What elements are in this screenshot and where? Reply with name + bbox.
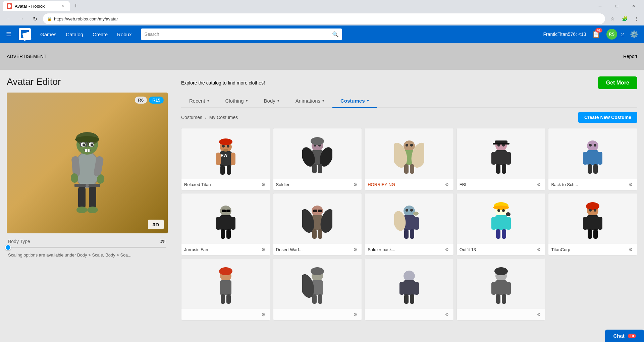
search-icon[interactable]: 🔍 <box>332 31 339 38</box>
costume-footer-outfit-13: Outfit 13 ⚙ <box>457 244 545 255</box>
costume-card-row3-2[interactable]: ⚙ <box>273 258 362 321</box>
hamburger-menu[interactable]: ☰ <box>4 28 13 40</box>
svg-rect-41 <box>312 164 317 173</box>
costume-card-titancorp[interactable]: TitanCorp ⚙ <box>548 193 637 255</box>
settings-button[interactable]: ⚙️ <box>628 28 640 40</box>
breadcrumb-parent[interactable]: Costumes <box>181 115 202 120</box>
r15-badge[interactable]: R15 <box>149 97 164 104</box>
svg-rect-88 <box>318 210 322 212</box>
roblox-logo[interactable] <box>19 28 31 40</box>
costume-settings-back-to-sch[interactable]: ⚙ <box>627 181 634 188</box>
chat-badge: 10 <box>628 334 636 338</box>
tab-body[interactable]: Body ▾ <box>256 95 287 108</box>
costume-settings-row3-1[interactable]: ⚙ <box>260 311 267 318</box>
tab-costumes[interactable]: Costumes ▾ <box>332 95 377 108</box>
close-button[interactable]: ✕ <box>626 1 641 11</box>
svg-rect-137 <box>495 280 507 295</box>
costume-card-outfit-13[interactable]: Outfit 13 ⚙ <box>457 193 546 255</box>
costume-settings-row3-2[interactable]: ⚙ <box>352 311 359 318</box>
search-bar[interactable]: 🔍 <box>141 28 342 40</box>
costume-image-soldier <box>273 128 362 179</box>
costume-settings-jurrasic-fan[interactable]: ⚙ <box>260 246 267 253</box>
tab-favicon <box>7 3 12 9</box>
get-more-button[interactable]: Get More <box>598 76 637 89</box>
costume-name-jurrasic-fan: Jurrasic Fan <box>184 247 208 252</box>
costume-card-jurrasic-fan[interactable]: Jurrasic Fan ⚙ <box>181 193 270 255</box>
svg-rect-50 <box>404 164 409 174</box>
tab-animations[interactable]: Animations ▾ <box>287 95 332 108</box>
costume-card-soldier-back[interactable]: Soldier back... ⚙ <box>365 193 454 255</box>
address-bar[interactable]: 🔒 https://web.roblox.com/my/avatar <box>43 13 605 24</box>
costume-settings-fbi[interactable]: ⚙ <box>535 181 542 188</box>
svg-point-105 <box>506 212 511 216</box>
svg-rect-78 <box>222 210 226 212</box>
costume-settings-titancorp[interactable]: ⚙ <box>627 246 634 253</box>
costume-footer-horrifying: HORRIFYING ⚙ <box>365 179 453 190</box>
robux-studio-button[interactable]: RS <box>606 29 617 40</box>
catalog-nav[interactable]: Catalog <box>62 30 87 39</box>
svg-rect-42 <box>318 164 322 173</box>
maximize-button[interactable]: □ <box>609 1 625 11</box>
3d-view-button[interactable]: 3D <box>148 220 164 229</box>
svg-rect-20 <box>78 186 86 209</box>
more-button[interactable]: ⋮ <box>632 14 641 23</box>
costume-card-horrifying[interactable]: HORRIFYING ⚙ <box>365 128 454 190</box>
search-input[interactable] <box>144 32 329 37</box>
tab-recent[interactable]: Recent ▾ <box>181 95 217 108</box>
costume-card-fbi[interactable]: FBI ⚙ <box>457 128 546 190</box>
svg-rect-139 <box>506 282 511 295</box>
ad-report[interactable]: Report <box>623 54 637 59</box>
tab-close-btn[interactable]: × <box>60 3 66 9</box>
costume-settings-row3-4[interactable]: ⚙ <box>535 311 542 318</box>
chat-button[interactable]: Chat 10 <box>605 330 644 342</box>
costume-card-desert-warf[interactable]: Desert Warf... ⚙ <box>273 193 362 255</box>
new-tab-button[interactable]: + <box>71 1 80 11</box>
svg-point-32 <box>222 145 225 148</box>
body-type-slider[interactable] <box>8 247 166 248</box>
costume-settings-row3-3[interactable]: ⚙ <box>443 311 451 318</box>
create-new-costume-button[interactable]: Create New Costume <box>578 112 637 123</box>
slider-thumb[interactable] <box>5 244 11 250</box>
back-button[interactable]: ← <box>3 13 13 24</box>
costume-name-soldier-back: Soldier back... <box>368 247 395 252</box>
svg-rect-14 <box>85 149 87 152</box>
costume-card-back-to-sch[interactable]: Back to Sch... ⚙ <box>548 128 637 190</box>
costume-image-titancorp <box>548 193 637 244</box>
reload-button[interactable]: ↻ <box>30 13 40 24</box>
svg-rect-102 <box>495 215 507 230</box>
forward-button[interactable]: → <box>16 13 27 24</box>
costume-card-row3-4[interactable]: ⚙ <box>457 258 546 321</box>
r6-badge[interactable]: R6 <box>135 97 147 104</box>
svg-rect-31 <box>227 165 231 175</box>
costume-card-row3-3[interactable]: ⚙ <box>365 258 454 321</box>
extension-button[interactable]: 🧩 <box>620 14 629 23</box>
svg-point-25 <box>86 184 89 187</box>
costume-image-back-to-sch <box>548 128 637 179</box>
costumes-grid: RW Relaxed Titan ⚙ <box>181 128 637 321</box>
costume-image-jurrasic-fan <box>181 193 270 244</box>
tab-clothing[interactable]: Clothing ▾ <box>217 95 256 108</box>
costume-card-row3-1[interactable]: ⚙ <box>181 258 270 321</box>
costume-card-soldier[interactable]: Soldier ⚙ <box>273 128 362 190</box>
minimize-button[interactable]: ─ <box>592 1 608 11</box>
costume-settings-relaxed-titan[interactable]: ⚙ <box>260 181 267 188</box>
costume-settings-soldier-back[interactable]: ⚙ <box>443 246 451 253</box>
costume-settings-horrifying[interactable]: ⚙ <box>443 181 451 188</box>
svg-rect-57 <box>506 152 511 165</box>
games-nav[interactable]: Games <box>36 30 60 39</box>
svg-rect-86 <box>318 229 322 239</box>
costume-footer-fbi: FBI ⚙ <box>457 179 545 190</box>
browser-tab[interactable]: Avatar - Roblox × <box>3 1 70 11</box>
svg-rect-131 <box>404 280 415 295</box>
bookmark-button[interactable]: ☆ <box>608 14 617 23</box>
svg-point-9 <box>83 144 85 146</box>
costume-card-relaxed-titan[interactable]: RW Relaxed Titan ⚙ <box>181 128 270 190</box>
robux-nav[interactable]: Robux <box>113 30 136 39</box>
costume-settings-soldier[interactable]: ⚙ <box>352 181 359 188</box>
costume-settings-outfit-13[interactable]: ⚙ <box>535 246 542 253</box>
svg-point-71 <box>594 144 596 147</box>
notifications-button[interactable]: 📋 41 <box>590 28 602 40</box>
costume-settings-desert-warf[interactable]: ⚙ <box>352 246 359 253</box>
svg-point-120 <box>219 267 232 275</box>
create-nav[interactable]: Create <box>89 30 112 39</box>
